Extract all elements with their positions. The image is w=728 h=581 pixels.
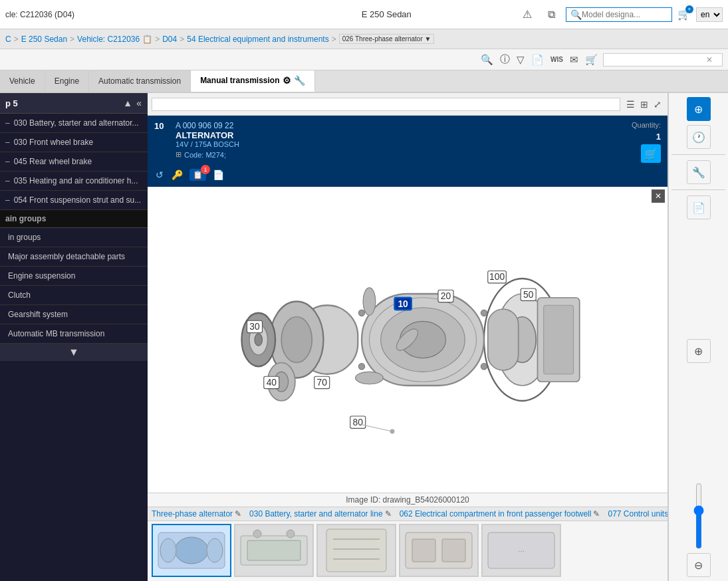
edit-icon-2: ✎ <box>593 509 600 519</box>
sidebar-collapse-up-btn[interactable]: ▲ <box>122 97 133 109</box>
svg-text:30: 30 <box>249 322 260 332</box>
image-label: Image ID: drawing_B54026000120 <box>148 493 667 507</box>
list-view-btn[interactable]: ☰ <box>624 98 637 110</box>
right-panel: ⊕ 🕐 🔧 📄 ⊕ ⊖ <box>668 93 728 581</box>
tab-automatic[interactable]: Automatic transmission <box>89 70 191 92</box>
sidebar-item-045-rear[interactable]: – 045 Rear wheel brake <box>0 152 148 172</box>
sidebar-group-engine-suspension[interactable]: Engine suspension <box>0 267 148 286</box>
breadcrumb-026-dropdown[interactable]: 026 Three-phase alternator ▼ <box>339 34 435 44</box>
svg-point-26 <box>358 310 364 316</box>
svg-text:50: 50 <box>523 290 534 300</box>
tab-engine[interactable]: Engine <box>45 70 89 92</box>
breadcrumb-d04[interactable]: D04 <box>162 35 177 44</box>
svg-point-47 <box>390 429 395 434</box>
sidebar-scroll-down-btn[interactable]: ▼ <box>0 344 148 361</box>
toolbar-search-close-btn[interactable]: ✕ <box>706 55 713 64</box>
filter-btn[interactable]: ▽ <box>515 53 526 67</box>
svg-rect-23 <box>488 309 519 370</box>
sidebar-header: p 5 ▲ « <box>0 93 148 114</box>
right-panel-target-btn[interactable]: ⊕ <box>687 97 711 121</box>
svg-point-11 <box>363 288 375 315</box>
sidebar-group-auto-mb[interactable]: Automatic MB transmission <box>0 324 148 344</box>
breadcrumb-54[interactable]: 54 Electrical equipment and instruments <box>187 35 328 44</box>
svg-point-28 <box>481 310 487 316</box>
sidebar-collapse-left-btn[interactable]: « <box>136 97 142 109</box>
sidebar-group-clutch[interactable]: Clutch <box>0 286 148 305</box>
parts-drawing: 30 40 10 20 50 100 70 <box>148 187 667 493</box>
tab-manual-icon1: ⚙ <box>283 75 291 86</box>
mail-btn[interactable]: ✉ <box>568 53 580 67</box>
expand-view-btn[interactable]: ⤢ <box>652 98 664 110</box>
part-note-badge: 1 <box>201 165 210 174</box>
cart2-btn[interactable]: 🛒 <box>584 53 599 67</box>
breadcrumb-e250[interactable]: E 250 Sedan <box>21 35 67 44</box>
breadcrumb-c[interactable]: C <box>5 35 11 44</box>
part-add-to-cart-btn[interactable]: 🛒 <box>641 144 661 163</box>
part-item-details: A 000 906 09 22 ALTERNATOR 14V / 175A BO… <box>176 121 632 159</box>
svg-point-20 <box>255 334 263 346</box>
parts-list-header: ☰ ⊞ ⤢ <box>148 93 667 116</box>
info-btn[interactable]: ⓘ <box>499 52 511 67</box>
svg-point-13 <box>356 372 383 384</box>
sidebar-group-major-assembly[interactable]: Major assembly detachable parts <box>0 247 148 267</box>
zoom-magnify-btn[interactable]: 🔍 <box>479 53 495 67</box>
language-select[interactable]: en de fr <box>696 7 723 22</box>
copy-icon-btn[interactable]: ⧉ <box>542 5 560 24</box>
grid-view-btn[interactable]: ⊞ <box>638 98 650 110</box>
part-refresh-btn[interactable]: ↺ <box>154 168 165 181</box>
part-note-icon[interactable]: 📋 1 <box>189 169 206 181</box>
sidebar-item-030-front[interactable]: – 030 Front wheel brake <box>0 133 148 152</box>
cart-btn[interactable]: 🛒 + <box>677 8 691 21</box>
bottom-tab-alternator[interactable]: Three-phase alternator ✎ <box>152 509 241 519</box>
svg-point-17 <box>281 317 312 363</box>
zoom-slider[interactable] <box>692 483 705 549</box>
drawing-area: 30 40 10 20 50 100 70 <box>148 187 667 493</box>
bottom-tab-electrical[interactable]: 062 Electrical compartment in front pass… <box>400 509 600 519</box>
breadcrumb-vehicle[interactable]: Vehicle: C212036 <box>77 35 140 44</box>
top-bar-icons: ⚠ ⧉ 🔍 🛒 + en de fr <box>518 5 723 24</box>
parts-search-input[interactable] <box>152 98 620 111</box>
right-panel-history-btn[interactable]: 🕐 <box>687 125 711 149</box>
right-panel-zoomin-btn[interactable]: ⊕ <box>687 339 711 363</box>
sidebar-item-035-heating[interactable]: – 035 Heating and air conditioner h... <box>0 172 148 191</box>
tab-manual[interactable]: Manual transmission ⚙ 🔧 <box>191 70 314 92</box>
thumb-electrical[interactable] <box>316 524 396 577</box>
wis-btn[interactable]: WIS <box>549 55 564 64</box>
svg-text:100: 100 <box>489 272 505 282</box>
part-key-btn[interactable]: 🔑 <box>170 168 184 181</box>
drawing-close-btn[interactable]: ✕ <box>652 189 665 203</box>
sidebar-item-054-front[interactable]: – 054 Front suspension strut and su... <box>0 191 148 210</box>
warning-icon-btn[interactable]: ⚠ <box>518 5 537 24</box>
model-search-input[interactable] <box>582 10 662 19</box>
right-panel-doc-btn[interactable]: 📄 <box>687 195 711 219</box>
thumb-alternator[interactable] <box>152 524 231 577</box>
tab-manual-icon2: 🔧 <box>294 75 305 86</box>
edit-icon-1: ✎ <box>385 509 392 519</box>
thumb-battery[interactable] <box>234 524 314 577</box>
doc-btn[interactable]: 📄 <box>530 53 545 67</box>
svg-point-27 <box>358 364 364 370</box>
sidebar-group-in-groups[interactable]: in groups <box>0 228 148 247</box>
edit-icon-0: ✎ <box>235 509 241 519</box>
thumb-control[interactable] <box>399 524 479 577</box>
svg-text:80: 80 <box>353 417 364 427</box>
part-item-qty-label: Quantity: <box>632 121 661 129</box>
toolbar-search: ✕ <box>603 53 723 66</box>
toolbar-search-input[interactable] <box>606 55 706 64</box>
part-doc-btn[interactable]: 📄 <box>211 168 225 181</box>
right-panel-zoomout-btn[interactable]: ⊖ <box>687 553 711 577</box>
bottom-tab-battery[interactable]: 030 Battery, starter and alternator line… <box>249 509 392 519</box>
view-icons: ☰ ⊞ ⤢ <box>624 98 664 110</box>
bottom-strip: Three-phase alternator ✎ 030 Battery, st… <box>148 507 667 581</box>
model-search-box: 🔍 <box>566 7 672 22</box>
sidebar-item-030-battery[interactable]: – 030 Battery, starter and alternator... <box>0 114 148 133</box>
bottom-tab-control[interactable]: 077 Control units and relays in trunk ✎ <box>608 509 667 519</box>
breadcrumb: C > E 250 Sedan > Vehicle: C212036 📋 > D… <box>0 29 728 49</box>
sidebar-group-gearshift[interactable]: Gearshift system <box>0 305 148 324</box>
right-panel-wrench-btn[interactable]: 🔧 <box>687 160 711 184</box>
part-item-spec: 14V / 175A BOSCH <box>176 140 632 148</box>
bottom-images: ··· <box>148 521 667 581</box>
tab-vehicle[interactable]: Vehicle <box>0 70 45 92</box>
part-item-number: 10 <box>154 121 170 131</box>
thumb-more[interactable]: ··· <box>481 524 561 577</box>
